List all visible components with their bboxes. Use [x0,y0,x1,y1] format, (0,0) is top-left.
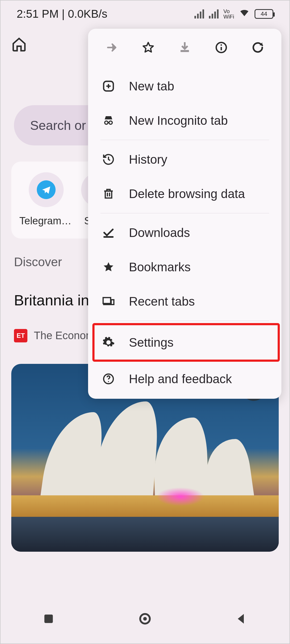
menu-item-label: History [129,152,167,167]
forward-button[interactable] [104,40,119,55]
history-icon [100,151,117,167]
system-nav-bar [1,603,289,635]
menu-item-label: Downloads [129,225,190,240]
menu-item-bookmarks[interactable]: Bookmarks [96,250,273,284]
wifi-icon [239,7,250,21]
menu-item-label: New tab [129,79,174,93]
home-button[interactable] [11,36,27,53]
svg-rect-13 [105,191,112,198]
status-time-net: 2:51 PM | 0.0KB/s [17,8,107,20]
svg-rect-3 [181,50,189,52]
status-bar: 2:51 PM | 0.0KB/s Vo WiFi 44 [1,1,289,27]
menu-item-label: New Incognito tab [129,113,228,128]
svg-rect-0 [45,614,53,623]
svg-point-10 [105,121,108,124]
star-filled-icon [100,259,117,275]
incognito-icon [100,112,117,129]
bookmark-star-button[interactable] [141,40,156,55]
svg-rect-20 [111,300,114,305]
svg-point-11 [109,121,112,124]
menu-item-delete-data[interactable]: Delete browsing data [96,177,273,211]
menu-item-new-tab[interactable]: New tab [96,69,273,103]
help-icon [100,371,117,387]
vowifi-icon: Vo WiFi [223,9,234,19]
menu-item-label: Recent tabs [129,294,195,309]
gear-icon [100,334,117,350]
menu-list: New tab New Incognito tab History Delete… [88,66,281,399]
svg-point-2 [143,617,147,621]
source-badge-icon: ET [14,329,27,342]
trash-icon [100,186,117,202]
overflow-menu: New tab New Incognito tab History Delete… [88,29,281,399]
svg-point-22 [108,381,109,382]
battery-icon: 44 [255,9,273,19]
menu-item-history[interactable]: History [96,142,273,177]
menu-item-recent-tabs[interactable]: Recent tabs [96,284,273,319]
menu-item-label: Help and feedback [129,372,232,386]
shortcut-label: Telegram W… [19,215,73,227]
telegram-icon [37,180,56,199]
signal-sim1-icon [194,9,204,19]
plus-box-icon [100,78,117,94]
status-time: 2:51 PM [17,8,59,20]
status-netspeed: 0.0KB/s [68,8,107,20]
menu-item-settings[interactable]: Settings [92,323,280,362]
nav-home-button[interactable] [138,612,152,627]
menu-item-label: Bookmarks [129,260,191,274]
devices-icon [100,293,117,309]
nav-back-button[interactable] [234,612,249,627]
signal-sim2-icon [209,9,219,19]
menu-item-downloads[interactable]: Downloads [96,215,273,250]
menu-item-label: Settings [129,335,173,350]
status-right: Vo WiFi 44 [194,7,273,21]
page-info-button[interactable] [214,40,229,55]
menu-item-label: Delete browsing data [129,186,245,201]
menu-item-incognito[interactable]: New Incognito tab [96,103,273,138]
reload-button[interactable] [250,40,265,55]
shortcut-telegram[interactable]: Telegram W… [19,172,73,228]
svg-rect-18 [103,298,111,303]
download-button[interactable] [177,40,192,55]
shortcut-icon-circle [29,172,64,207]
menu-item-help[interactable]: Help and feedback [96,362,273,396]
menu-iconrow [88,29,281,66]
svg-point-6 [220,44,222,46]
nav-recent-button[interactable] [41,612,56,627]
done-icon [100,225,117,241]
